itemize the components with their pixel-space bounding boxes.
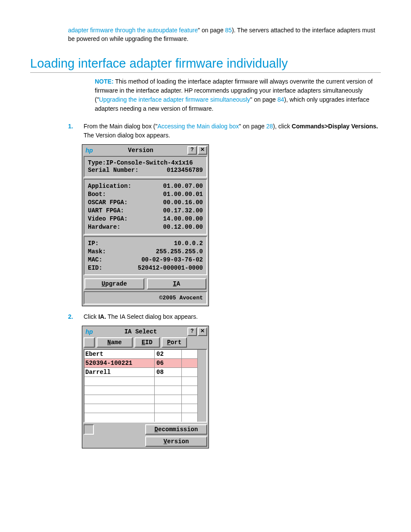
note-block: NOTE: This method of loading the interfa… [95, 77, 375, 113]
ia-title: IA Select [95, 328, 187, 335]
close-icon[interactable]: ✕ [198, 146, 207, 155]
step-2: 2. Click IA. The IA Select dialog box ap… [68, 312, 381, 321]
note-link[interactable]: Upgrading the interface adapter firmware… [99, 96, 250, 103]
version-network-panel: IP:10.0.0.2 Mask:255.255.255.0 MAC:00-02… [84, 236, 207, 276]
step-1: 1. From the Main dialog box ("Accessing … [68, 122, 381, 140]
version-title: Version [95, 147, 187, 154]
col-port-header[interactable]: Port [162, 337, 187, 348]
help-icon[interactable]: ? [187, 327, 197, 336]
step1-page-link[interactable]: 28 [266, 123, 273, 130]
ia-select-dialog: hp IA Select ? ✕ Name EID Port Ebert02 5… [82, 326, 209, 448]
ia-sort-tabs: Name EID Port [84, 337, 207, 348]
col-eid-header[interactable]: EID [134, 337, 160, 348]
version-titlebar: hp Version ? ✕ [84, 146, 207, 155]
note-label: NOTE: [95, 78, 114, 85]
version-button[interactable]: Version [145, 436, 207, 447]
list-item[interactable]: 520394-10022106 [84, 359, 197, 368]
decommission-button[interactable]: Decommission [145, 424, 207, 435]
list-item[interactable] [84, 404, 197, 413]
step1-link[interactable]: Accessing the Main dialog box [158, 123, 239, 130]
scrollbar[interactable] [197, 350, 206, 422]
list-item[interactable] [84, 377, 197, 386]
step-1-number: 1. [68, 122, 73, 131]
upgrade-button[interactable]: Upgrade [84, 278, 144, 289]
list-item[interactable] [84, 395, 197, 404]
list-item[interactable]: Darrell08 [84, 368, 197, 377]
list-item[interactable] [84, 386, 197, 395]
ia-list: Ebert02 520394-10022106 Darrell08 [84, 349, 207, 423]
hp-logo-icon: hp [84, 147, 95, 154]
version-type-panel: Type:IP-Console-Switch-4x1x16 Serial Num… [84, 156, 207, 178]
ia-titlebar: hp IA Select ? ✕ [84, 327, 207, 336]
step-2-number: 2. [68, 312, 73, 321]
close-icon[interactable]: ✕ [198, 327, 207, 336]
select-all-checkbox[interactable] [84, 424, 94, 435]
list-item[interactable] [84, 413, 197, 422]
ia-button[interactable]: IA [147, 278, 207, 289]
col-name-header[interactable]: Name [97, 337, 133, 348]
note-page-link[interactable]: 84 [277, 96, 284, 103]
hp-logo-icon: hp [84, 328, 95, 335]
help-icon[interactable]: ? [187, 146, 197, 155]
version-dialog: hp Version ? ✕ Type:IP-Console-Switch-4x… [82, 144, 209, 307]
intro-page-link[interactable]: 85 [225, 27, 232, 34]
intro-link[interactable]: adapter firmware through the autoupdate … [68, 27, 198, 34]
list-item[interactable]: Ebert02 [84, 350, 197, 359]
version-components-panel: Application:01.00.07.00 Boot:01.00.00.01… [84, 179, 207, 234]
sort-toggle-icon[interactable] [84, 337, 95, 348]
page-heading: Loading interface adapter firmware indiv… [30, 56, 381, 73]
copyright-text: ©2005 Avocent [84, 291, 207, 305]
intro-paragraph: adapter firmware through the autoupdate … [68, 26, 381, 44]
